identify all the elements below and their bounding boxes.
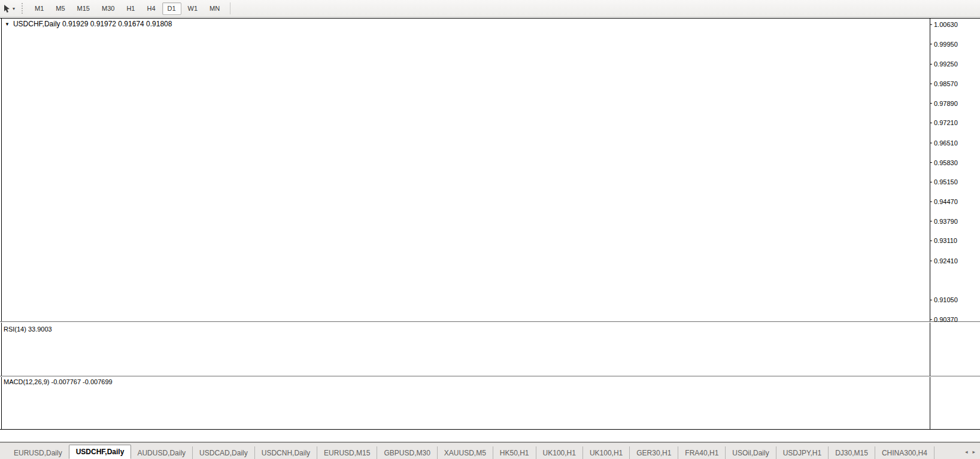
chart-tab[interactable]: HK50,H1 bbox=[493, 446, 536, 459]
tab-scroll-left-icon[interactable]: ◂ bbox=[965, 449, 968, 455]
macd-indicator-label: MACD(12,26,9) -0.007767 -0.007699 bbox=[4, 378, 113, 385]
chart-tab[interactable]: EURUSD,M15 bbox=[317, 446, 377, 459]
cursor-pointer-icon[interactable] bbox=[2, 4, 11, 13]
chart-menu-icon[interactable]: ▼ bbox=[5, 22, 10, 27]
price-axis-label: 0.96510 bbox=[934, 139, 958, 147]
price-axis-label: 0.99250 bbox=[934, 60, 958, 68]
chart-tab[interactable]: AUDUSD,Daily bbox=[131, 446, 193, 459]
chart-tab[interactable]: CHINA300,H4 bbox=[875, 446, 935, 459]
price-axis-label: 0.92410 bbox=[934, 257, 958, 265]
price-axis-label: 0.93790 bbox=[934, 218, 958, 225]
chart-tab[interactable]: XAUUSD,M5 bbox=[438, 446, 493, 459]
chart-canvas: 1.006300.999500.992500.985700.978900.972… bbox=[0, 0, 980, 442]
chart-tab[interactable]: USDCAD,Daily bbox=[193, 446, 255, 459]
timeframe-button-h4[interactable]: H4 bbox=[141, 2, 160, 15]
timeframe-button-w1[interactable]: W1 bbox=[183, 2, 204, 15]
tab-scroll-arrows: ◂ ▸ bbox=[965, 449, 975, 455]
chart-title-bar: ▼ USDCHF,Daily 0.91929 0.91972 0.91674 0… bbox=[5, 20, 172, 28]
price-axis-label: 0.90370 bbox=[934, 316, 958, 323]
price-axis-label: 0.99950 bbox=[934, 41, 958, 48]
price-axis-label: 0.97890 bbox=[934, 100, 958, 107]
price-axis-label: 1.00630 bbox=[934, 21, 958, 28]
timeframe-button-m1[interactable]: M1 bbox=[29, 2, 49, 15]
timeframe-button-mn[interactable]: MN bbox=[204, 2, 225, 15]
timeframe-button-m30[interactable]: M30 bbox=[96, 2, 120, 15]
chart-title-text: USDCHF,Daily 0.91929 0.91972 0.91674 0.9… bbox=[13, 20, 172, 28]
timeframe-button-m15[interactable]: M15 bbox=[72, 2, 95, 15]
cursor-tool-dropdown-icon[interactable]: ▾ bbox=[13, 6, 15, 11]
toolbar-separator bbox=[230, 2, 230, 14]
chart-tab[interactable]: USDCNH,Daily bbox=[255, 446, 317, 459]
timeframe-button-m5[interactable]: M5 bbox=[50, 2, 70, 15]
timeframe-button-d1[interactable]: D1 bbox=[162, 2, 181, 15]
tab-scroll-right-icon[interactable]: ▸ bbox=[972, 449, 975, 455]
top-toolbar: ▾ M1M5M15M30H1H4D1W1MN bbox=[0, 0, 980, 17]
price-axis-label: 0.91050 bbox=[934, 296, 958, 303]
chart-tab[interactable]: USOil,Daily bbox=[726, 446, 776, 459]
chart-tab[interactable]: GBPUSD,M30 bbox=[377, 446, 437, 459]
chart-tab[interactable]: EURUSD,Daily bbox=[7, 446, 69, 459]
chart-tab-active[interactable]: USDCHF,Daily bbox=[69, 445, 132, 459]
chart-tab[interactable]: DJ30,M15 bbox=[829, 446, 875, 459]
chart-tab[interactable]: UK100,H1 bbox=[583, 446, 630, 459]
chart-tab[interactable]: GER30,H1 bbox=[630, 446, 678, 459]
toolbar-grip bbox=[22, 3, 24, 14]
chart-tab-bar: EURUSD,DailyUSDCHF,DailyAUDUSD,DailyUSDC… bbox=[0, 442, 980, 459]
price-axis-label: 0.95150 bbox=[934, 178, 958, 186]
chart-tab[interactable]: FRA40,H1 bbox=[678, 446, 726, 459]
rsi-indicator-label: RSI(14) 33.9003 bbox=[4, 326, 52, 333]
price-axis-label: 0.95830 bbox=[934, 159, 958, 166]
timeframe-button-h1[interactable]: H1 bbox=[121, 2, 140, 15]
chart-tab[interactable]: USDJPY,H1 bbox=[776, 446, 829, 459]
price-axis-label: 0.98570 bbox=[934, 80, 958, 87]
timeframe-button-group: M1M5M15M30H1H4D1W1MN bbox=[29, 2, 226, 15]
chart-tab[interactable]: UK100,H1 bbox=[536, 446, 583, 459]
price-axis-label: 0.93110 bbox=[934, 237, 957, 244]
cursor-pointer-icon-glyph bbox=[3, 4, 11, 13]
price-axis-label: 0.97210 bbox=[934, 119, 958, 126]
price-axis-label: 0.94470 bbox=[934, 198, 958, 205]
